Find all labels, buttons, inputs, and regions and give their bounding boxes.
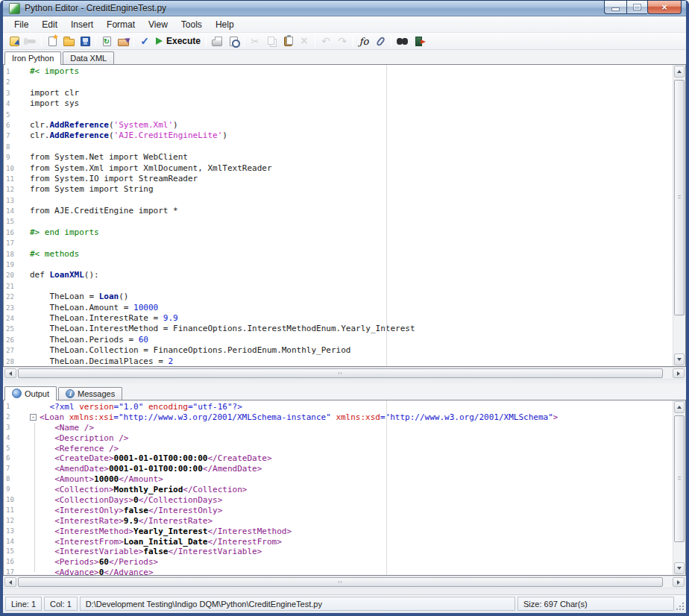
line-number: 6 bbox=[4, 120, 14, 131]
scroll-down-button[interactable] bbox=[674, 353, 685, 365]
validate-button[interactable]: ✓ bbox=[136, 34, 153, 49]
status-line: Line: 1 bbox=[5, 597, 42, 611]
paste-button[interactable] bbox=[280, 34, 296, 49]
line-number: 17 bbox=[4, 238, 14, 248]
output-tab-strip: Output Messages bbox=[3, 383, 686, 400]
xml-line: 13 <InterestMethod>Yearly_Interest</Inte… bbox=[4, 527, 685, 537]
menu-file[interactable]: File bbox=[7, 16, 35, 33]
menu-format[interactable]: Format bbox=[100, 16, 142, 33]
menu-help[interactable]: Help bbox=[209, 16, 241, 33]
code-line: 8 bbox=[4, 142, 685, 152]
open-file-button[interactable] bbox=[60, 34, 77, 49]
open-folder-icon bbox=[63, 39, 75, 46]
toolbar-separator bbox=[244, 35, 245, 47]
scroll-thumb[interactable] bbox=[18, 577, 663, 587]
minimize-icon bbox=[612, 8, 619, 10]
execute-button[interactable]: Execute bbox=[153, 34, 204, 49]
line-number: 1 bbox=[4, 402, 14, 412]
attach-button[interactable] bbox=[372, 34, 388, 49]
output-view[interactable]: 1 <?xml version="1.0" encoding="utf-16"?… bbox=[3, 400, 686, 576]
refresh-script-button[interactable]: ↻ bbox=[98, 34, 115, 49]
code-lines: 1#< imports23import clr4import sys56clr.… bbox=[4, 65, 685, 367]
line-number: 4 bbox=[4, 433, 14, 444]
code-editor[interactable]: 1#< imports23import clr4import sys56clr.… bbox=[3, 64, 686, 367]
exit-button[interactable] bbox=[410, 34, 427, 49]
load-script-button[interactable] bbox=[6, 34, 22, 49]
close-button[interactable]: × bbox=[647, 1, 682, 14]
xml-line: 11 <InterestOnly>false</InterestOnly> bbox=[4, 506, 685, 516]
scroll-up-button[interactable] bbox=[674, 66, 685, 78]
tab-output[interactable]: Output bbox=[4, 386, 57, 400]
delete-x-icon: × bbox=[301, 36, 307, 46]
export-script-button[interactable] bbox=[115, 34, 131, 49]
new-file-icon bbox=[48, 37, 57, 46]
scroll-thumb[interactable] bbox=[18, 368, 663, 378]
scroll-track[interactable] bbox=[17, 368, 672, 379]
code-vertical-scrollbar[interactable] bbox=[673, 65, 685, 366]
line-number: 5 bbox=[4, 110, 14, 120]
menu-edit[interactable]: Edit bbox=[35, 16, 64, 33]
collapse-toggle-icon[interactable]: - bbox=[30, 414, 37, 421]
scroll-track[interactable] bbox=[673, 78, 685, 353]
arrow-right-icon bbox=[677, 371, 680, 376]
printer-icon bbox=[212, 40, 222, 46]
output-horizontal-scrollbar[interactable] bbox=[3, 576, 686, 588]
code-horizontal-scrollbar[interactable] bbox=[3, 367, 686, 380]
info-icon bbox=[66, 389, 75, 398]
delete-button: × bbox=[296, 34, 312, 49]
line-number: 11 bbox=[4, 506, 14, 516]
code-line: 11from System.IO import StreamReader bbox=[4, 174, 685, 184]
scroll-down-button[interactable] bbox=[674, 562, 685, 574]
arrow-right-icon bbox=[677, 580, 680, 585]
scroll-track[interactable] bbox=[673, 414, 685, 562]
paperclip-icon bbox=[375, 36, 386, 47]
print-preview-button[interactable] bbox=[225, 34, 242, 49]
maximize-button[interactable] bbox=[626, 1, 647, 14]
output-vertical-scrollbar[interactable] bbox=[673, 400, 685, 575]
menu-tools[interactable]: Tools bbox=[174, 16, 209, 33]
menu-insert[interactable]: Insert bbox=[64, 16, 100, 33]
scroll-right-button[interactable] bbox=[673, 368, 685, 378]
xml-line: 12 <InterestRate>9.9</InterestRate> bbox=[4, 516, 685, 527]
tab-iron-python[interactable]: Iron Python bbox=[4, 51, 61, 65]
cut-button: ✂ bbox=[247, 34, 263, 49]
code-line: 22 TheLoan = Loan() bbox=[4, 292, 685, 302]
toolbar-separator bbox=[315, 35, 315, 47]
toolbar: ↻ ✓ Execute ✂ × ↶ ↷ ƒo bbox=[3, 33, 686, 50]
menu-view[interactable]: View bbox=[142, 16, 174, 33]
scroll-track[interactable] bbox=[17, 576, 672, 588]
line-number: 8 bbox=[4, 474, 14, 485]
resize-grip[interactable] bbox=[675, 601, 684, 610]
status-file-path: D:\Development Testing\Indigo DQM\Python… bbox=[80, 597, 515, 611]
line-number: 26 bbox=[4, 335, 14, 345]
scroll-thumb[interactable] bbox=[674, 415, 685, 542]
toolbar-separator bbox=[133, 35, 134, 47]
exit-door-icon bbox=[415, 37, 422, 46]
line-number: 13 bbox=[4, 527, 14, 537]
insert-function-button[interactable]: ƒo bbox=[356, 34, 372, 49]
line-number: 21 bbox=[4, 281, 14, 292]
xml-line: 17 <Advance>0</Advance> bbox=[4, 568, 685, 576]
play-icon bbox=[156, 37, 163, 45]
line-number: 3 bbox=[4, 88, 14, 98]
scroll-up-button[interactable] bbox=[674, 401, 685, 413]
line-number: 18 bbox=[4, 249, 14, 260]
tab-messages[interactable]: Messages bbox=[58, 387, 122, 400]
minimize-button[interactable] bbox=[604, 1, 626, 14]
save-file-button[interactable] bbox=[77, 34, 93, 49]
line-number: 16 bbox=[4, 227, 14, 238]
scroll-left-button[interactable] bbox=[4, 368, 16, 378]
print-button[interactable] bbox=[209, 34, 225, 49]
tab-data-xml[interactable]: Data XML bbox=[63, 51, 114, 64]
line-number: 23 bbox=[4, 303, 14, 313]
copy-button bbox=[263, 34, 280, 49]
new-file-button[interactable] bbox=[44, 34, 60, 49]
line-number: 6 bbox=[4, 453, 14, 464]
find-button[interactable] bbox=[394, 34, 410, 49]
export-icon bbox=[118, 39, 129, 46]
scroll-right-button[interactable] bbox=[673, 577, 685, 587]
code-line: 27 TheLoan.Collection = FinanceOptions.P… bbox=[4, 345, 685, 356]
scroll-left-button[interactable] bbox=[4, 577, 16, 587]
scroll-thumb[interactable] bbox=[674, 80, 685, 315]
load-script-icon bbox=[10, 37, 19, 46]
